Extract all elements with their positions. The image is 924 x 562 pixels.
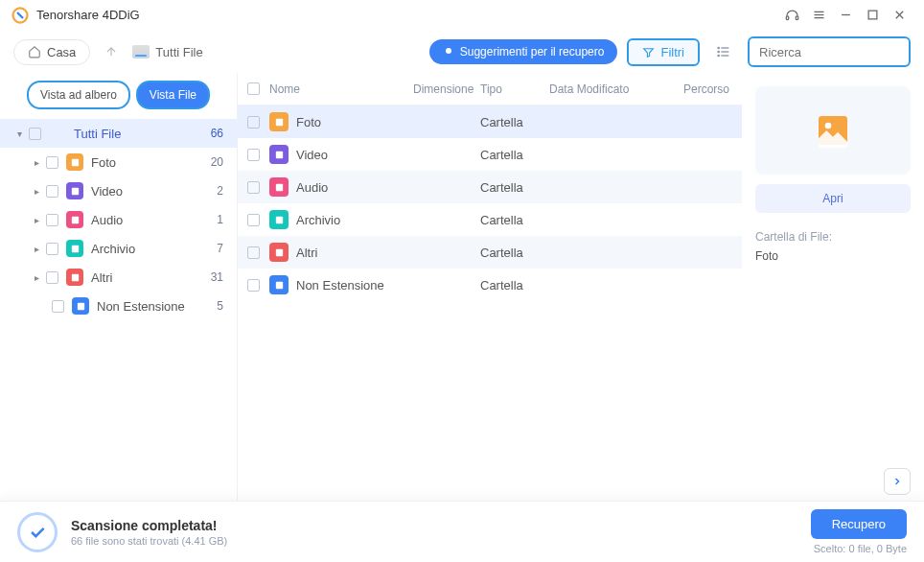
menu-icon[interactable] bbox=[805, 2, 832, 29]
checkbox[interactable] bbox=[29, 128, 41, 140]
row-checkbox[interactable] bbox=[247, 246, 260, 259]
svg-rect-20 bbox=[71, 187, 78, 194]
svg-rect-29 bbox=[275, 248, 282, 255]
tab-file-view[interactable]: Vista File bbox=[136, 81, 210, 109]
svg-rect-30 bbox=[275, 281, 282, 288]
tree-item-label: Video bbox=[91, 184, 123, 199]
up-button[interactable] bbox=[100, 40, 123, 63]
checkbox[interactable] bbox=[52, 300, 64, 313]
category-icon bbox=[66, 240, 83, 257]
table-row[interactable]: AltriCartella bbox=[238, 236, 742, 269]
header-name[interactable]: Nome bbox=[269, 82, 413, 96]
tree-item[interactable]: ▸Altri31 bbox=[0, 263, 237, 292]
close-icon[interactable] bbox=[886, 2, 912, 29]
table-row[interactable]: AudioCartella bbox=[238, 171, 742, 203]
tree-item-label: Audio bbox=[91, 213, 123, 227]
file-pane: Nome Dimensione Tipo Data Modificato Per… bbox=[238, 73, 742, 501]
checkbox[interactable] bbox=[46, 243, 58, 255]
list-view-toggle[interactable] bbox=[709, 37, 738, 66]
scan-title: Scansione completata! bbox=[71, 518, 227, 533]
search-input[interactable] bbox=[759, 45, 920, 59]
app-title: Tenorshare 4DDiG bbox=[36, 8, 140, 22]
tab-tree-view[interactable]: Vista ad albero bbox=[27, 81, 130, 109]
tree-item[interactable]: ▸Video2 bbox=[0, 176, 237, 205]
svg-rect-23 bbox=[71, 273, 78, 280]
row-checkbox[interactable] bbox=[247, 214, 260, 226]
table-row[interactable]: ArchivioCartella bbox=[238, 203, 742, 236]
tree-item-count: 5 bbox=[217, 299, 223, 313]
svg-point-10 bbox=[446, 48, 451, 54]
footer: Scansione completata! 66 file sono stati… bbox=[0, 501, 924, 562]
svg-rect-21 bbox=[71, 216, 78, 222]
table-row[interactable]: FotoCartella bbox=[238, 105, 742, 138]
svg-point-16 bbox=[718, 55, 719, 56]
row-name: Foto bbox=[296, 115, 413, 129]
tree-item-count: 1 bbox=[217, 213, 223, 226]
header-path[interactable]: Percorso bbox=[683, 82, 742, 96]
category-icon bbox=[66, 211, 83, 228]
svg-rect-19 bbox=[71, 158, 78, 165]
filter-icon bbox=[642, 46, 655, 59]
header-date[interactable]: Data Modificato bbox=[549, 82, 683, 96]
recover-button[interactable]: Recupero bbox=[811, 509, 907, 539]
selection-status: Scelto: 0 file, 0 Byte bbox=[814, 543, 907, 554]
chevron-right-icon bbox=[891, 476, 903, 487]
filter-button[interactable]: Filtri bbox=[627, 38, 700, 66]
home-button[interactable]: Casa bbox=[13, 39, 90, 65]
filter-label: Filtri bbox=[660, 45, 684, 59]
tree-item-label: Foto bbox=[91, 155, 116, 170]
row-name: Altri bbox=[296, 246, 413, 260]
recovery-tips-button[interactable]: Suggerimenti per il recupero bbox=[429, 39, 618, 64]
chevron-down-icon: ▾ bbox=[13, 129, 25, 139]
scan-complete-icon bbox=[17, 512, 58, 552]
maximize-icon[interactable] bbox=[859, 2, 886, 29]
row-type: Cartella bbox=[480, 213, 549, 227]
folder-value: Foto bbox=[755, 249, 911, 263]
svg-rect-1 bbox=[786, 16, 789, 20]
header-type[interactable]: Tipo bbox=[480, 82, 549, 96]
chevron-right-icon: ▸ bbox=[31, 186, 42, 197]
sidebar: Vista ad albero Vista File ▾ Tutti File … bbox=[0, 73, 238, 501]
chevron-right-icon: ▸ bbox=[31, 157, 42, 168]
home-label: Casa bbox=[47, 45, 76, 59]
svg-rect-28 bbox=[275, 216, 282, 222]
table-row[interactable]: VideoCartella bbox=[238, 138, 742, 171]
row-checkbox[interactable] bbox=[247, 279, 260, 292]
table-header: Nome Dimensione Tipo Data Modificato Per… bbox=[238, 73, 742, 105]
select-all-checkbox[interactable] bbox=[247, 82, 260, 95]
table-body: FotoCartellaVideoCartellaAudioCartellaAr… bbox=[238, 105, 742, 301]
row-checkbox[interactable] bbox=[247, 149, 260, 161]
checkbox[interactable] bbox=[46, 271, 58, 284]
tree-item-count: 31 bbox=[211, 270, 223, 284]
support-icon[interactable] bbox=[778, 2, 805, 29]
open-button[interactable]: Apri bbox=[755, 184, 911, 213]
checkbox[interactable] bbox=[46, 214, 58, 226]
tree-item[interactable]: ▸Audio1 bbox=[0, 205, 237, 234]
app-logo-icon bbox=[12, 7, 29, 24]
header-size[interactable]: Dimensione bbox=[413, 82, 480, 96]
breadcrumb[interactable]: Tutti File bbox=[132, 45, 202, 59]
tree-root[interactable]: ▾ Tutti File 66 bbox=[0, 119, 237, 148]
tree-item[interactable]: Non Estensione5 bbox=[0, 292, 237, 320]
tips-label: Suggerimenti per il recupero bbox=[460, 45, 605, 59]
chevron-right-icon: ▸ bbox=[31, 215, 42, 225]
next-button[interactable] bbox=[884, 468, 911, 495]
row-checkbox[interactable] bbox=[247, 116, 260, 129]
row-checkbox[interactable] bbox=[247, 181, 260, 194]
preview-pane: Apri Cartella di File: Foto bbox=[742, 73, 924, 501]
tree-item-label: Altri bbox=[91, 270, 112, 285]
category-icon bbox=[66, 182, 83, 199]
row-type: Cartella bbox=[480, 180, 549, 195]
tree-item[interactable]: ▸Foto20 bbox=[0, 148, 237, 176]
row-type: Cartella bbox=[480, 115, 549, 129]
row-type: Cartella bbox=[480, 246, 549, 260]
svg-rect-25 bbox=[275, 118, 282, 125]
table-row[interactable]: Non EstensioneCartella bbox=[238, 269, 742, 301]
search-box[interactable] bbox=[748, 36, 911, 67]
checkbox[interactable] bbox=[46, 185, 58, 198]
lightbulb-icon bbox=[443, 46, 454, 58]
checkbox[interactable] bbox=[46, 156, 58, 169]
tree-item[interactable]: ▸Archivio7 bbox=[0, 234, 237, 263]
toolbar: Casa Tutti File Suggerimenti per il recu… bbox=[0, 31, 924, 73]
minimize-icon[interactable] bbox=[832, 2, 859, 29]
